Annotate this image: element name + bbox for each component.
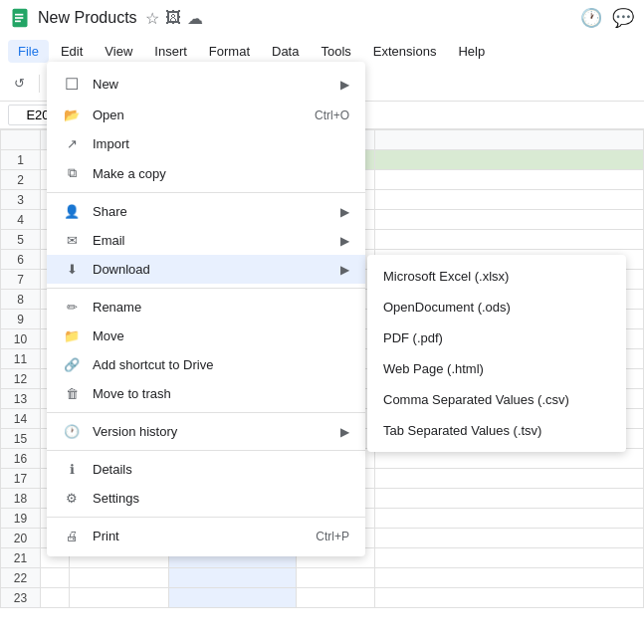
share-icon: 👤 bbox=[63, 204, 81, 219]
menu-option-trash-label: Move to trash bbox=[93, 386, 349, 401]
shortcut-icon: 🔗 bbox=[63, 357, 81, 372]
rename-icon: ✏ bbox=[63, 300, 81, 315]
download-xlsx[interactable]: Microsoft Excel (.xlsx) bbox=[367, 261, 626, 292]
download-tsv[interactable]: Tab Separated Values (.tsv) bbox=[367, 415, 626, 446]
menu-option-print[interactable]: 🖨 Print Ctrl+P bbox=[47, 522, 365, 550]
menu-option-copy-label: Make a copy bbox=[93, 166, 349, 181]
email-icon: ✉ bbox=[63, 233, 81, 248]
menu-divider-4 bbox=[47, 450, 365, 451]
menu-option-add-shortcut[interactable]: 🔗 Add shortcut to Drive bbox=[47, 350, 365, 379]
copy-icon: ⧉ bbox=[63, 165, 81, 181]
download-tsv-label: Tab Separated Values (.tsv) bbox=[383, 423, 541, 438]
menu-option-copy[interactable]: ⧉ Make a copy bbox=[47, 158, 365, 188]
menu-divider-1 bbox=[47, 192, 365, 193]
menu-option-print-label: Print bbox=[93, 529, 304, 543]
menu-option-version[interactable]: 🕐 Version history ▶ bbox=[47, 417, 365, 446]
version-icon: 🕐 bbox=[63, 424, 81, 439]
download-ods-label: OpenDocument (.ods) bbox=[383, 300, 511, 315]
download-csv[interactable]: Comma Separated Values (.csv) bbox=[367, 384, 626, 415]
download-csv-label: Comma Separated Values (.csv) bbox=[383, 392, 569, 407]
menu-option-trash[interactable]: 🗑 Move to trash bbox=[47, 379, 365, 408]
print-icon: 🖨 bbox=[63, 529, 81, 543]
menu-option-details-label: Details bbox=[93, 462, 349, 477]
menu-option-import[interactable]: ↗ Import bbox=[47, 129, 365, 158]
menu-option-settings-label: Settings bbox=[93, 491, 349, 506]
menu-option-version-label: Version history bbox=[93, 424, 328, 439]
download-pdf-label: PDF (.pdf) bbox=[383, 330, 443, 345]
download-ods[interactable]: OpenDocument (.ods) bbox=[367, 292, 626, 322]
move-icon: 📁 bbox=[63, 328, 81, 343]
open-shortcut: Ctrl+O bbox=[315, 108, 349, 122]
menu-option-new[interactable]: ☐ New ▶ bbox=[47, 68, 365, 101]
settings-icon: ⚙ bbox=[63, 491, 81, 506]
menu-divider-3 bbox=[47, 412, 365, 413]
download-html-label: Web Page (.html) bbox=[383, 361, 484, 376]
email-arrow-icon: ▶ bbox=[340, 234, 349, 248]
print-shortcut: Ctrl+P bbox=[316, 530, 349, 543]
download-submenu: Microsoft Excel (.xlsx) OpenDocument (.o… bbox=[367, 255, 626, 452]
menu-option-rename[interactable]: ✏ Rename bbox=[47, 293, 365, 322]
menu-option-new-label: New bbox=[93, 77, 328, 92]
share-arrow-icon: ▶ bbox=[340, 205, 349, 219]
menu-option-open-label: Open bbox=[93, 107, 303, 122]
trash-icon: 🗑 bbox=[63, 386, 81, 401]
new-arrow-icon: ▶ bbox=[340, 78, 349, 92]
menu-option-move-label: Move bbox=[93, 328, 349, 343]
menu-option-download[interactable]: ⬇ Download ▶ bbox=[47, 255, 365, 284]
menu-divider-5 bbox=[47, 517, 365, 518]
download-xlsx-label: Microsoft Excel (.xlsx) bbox=[383, 269, 509, 284]
menu-option-add-shortcut-label: Add shortcut to Drive bbox=[93, 357, 349, 372]
new-icon: ☐ bbox=[63, 75, 81, 94]
menu-option-open[interactable]: 📂 Open Ctrl+O bbox=[47, 101, 365, 129]
download-icon: ⬇ bbox=[63, 262, 81, 277]
menu-option-share[interactable]: 👤 Share ▶ bbox=[47, 197, 365, 226]
menu-option-download-label: Download bbox=[93, 262, 328, 277]
import-icon: ↗ bbox=[63, 136, 81, 151]
download-pdf[interactable]: PDF (.pdf) bbox=[367, 322, 626, 353]
menu-option-email[interactable]: ✉ Email ▶ bbox=[47, 226, 365, 255]
menu-option-settings[interactable]: ⚙ Settings bbox=[47, 484, 365, 513]
menu-divider-2 bbox=[47, 288, 365, 289]
menu-option-move[interactable]: 📁 Move bbox=[47, 322, 365, 350]
file-menu-dropdown: ☐ New ▶ 📂 Open Ctrl+O ↗ Import ⧉ Make a … bbox=[47, 62, 365, 556]
open-icon: 📂 bbox=[63, 107, 81, 122]
menu-option-details[interactable]: ℹ Details bbox=[47, 455, 365, 484]
details-icon: ℹ bbox=[63, 462, 81, 477]
download-arrow-icon: ▶ bbox=[340, 263, 349, 277]
menu-option-import-label: Import bbox=[93, 136, 349, 151]
download-html[interactable]: Web Page (.html) bbox=[367, 353, 626, 384]
menu-option-share-label: Share bbox=[93, 204, 328, 219]
version-arrow-icon: ▶ bbox=[340, 425, 349, 439]
menu-option-rename-label: Rename bbox=[93, 300, 349, 315]
menu-option-email-label: Email bbox=[93, 233, 328, 248]
